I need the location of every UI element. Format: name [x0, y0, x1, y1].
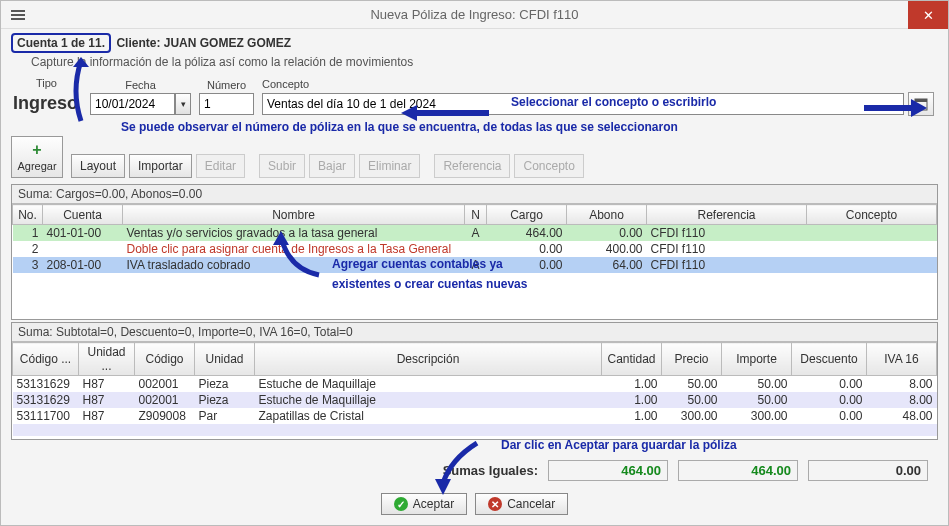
- window: Nueva Póliza de Ingreso: CFDI f110 ✕ Cue…: [0, 0, 949, 526]
- cancelar-button[interactable]: ✕ Cancelar: [475, 493, 568, 515]
- form-row: Tipo Ingreso Fecha ▾ Número Concepto Sel…: [1, 75, 948, 120]
- table-row[interactable]: 53131629 H87 002001 Pieza Estuche de Maq…: [13, 392, 937, 408]
- annotation-account2: existentes o crear cuentas nuevas: [332, 277, 527, 291]
- concepto-button: Concepto: [514, 154, 583, 178]
- totals-diff: 0.00: [808, 460, 928, 481]
- table-row[interactable]: 53131629 H87 002001 Pieza Estuche de Maq…: [13, 376, 937, 393]
- details-grid: Suma: Subtotal=0, Descuento=0, Importe=0…: [11, 322, 938, 440]
- col-codigo[interactable]: Código ...: [13, 343, 79, 376]
- col-cantidad[interactable]: Cantidad: [602, 343, 662, 376]
- svg-rect-1: [915, 99, 927, 102]
- header-subtitle: Capture la información de la póliza así …: [1, 55, 948, 75]
- calendar-icon: [914, 97, 928, 111]
- tipo-label: Tipo: [11, 77, 82, 91]
- col-no[interactable]: No.: [13, 205, 43, 225]
- col-iva16[interactable]: IVA 16: [867, 343, 937, 376]
- table-row[interactable]: 2 Doble clic para asignar cuenta de Ingr…: [13, 241, 937, 257]
- editar-button: Editar: [196, 154, 245, 178]
- details-table[interactable]: Código ... Unidad ... Código Unidad Desc…: [12, 342, 937, 436]
- numero-label: Número: [199, 79, 254, 93]
- check-icon: ✓: [394, 497, 408, 511]
- details-summary: Suma: Subtotal=0, Descuento=0, Importe=0…: [12, 323, 937, 342]
- aceptar-button[interactable]: ✓ Aceptar: [381, 493, 467, 515]
- concepto-label: Concepto: [262, 78, 934, 92]
- fecha-label: Fecha: [90, 79, 191, 93]
- col-precio[interactable]: Precio: [662, 343, 722, 376]
- col-concepto[interactable]: Concepto: [807, 205, 937, 225]
- table-row[interactable]: 53111700 H87 Z909008 Par Zapatillas de C…: [13, 408, 937, 424]
- col-referencia[interactable]: Referencia: [647, 205, 807, 225]
- agregar-label: Agregar: [17, 160, 56, 172]
- col-n[interactable]: N: [465, 205, 487, 225]
- fecha-input[interactable]: [90, 93, 175, 115]
- record-counter: Cuenta 1 de 11.: [11, 33, 111, 53]
- col-cargo[interactable]: Cargo: [487, 205, 567, 225]
- menu-icon[interactable]: [9, 8, 27, 22]
- agregar-button[interactable]: + Agregar: [11, 136, 63, 178]
- col-cuenta[interactable]: Cuenta: [43, 205, 123, 225]
- col-descripcion[interactable]: Descripción: [255, 343, 602, 376]
- x-icon: ✕: [488, 497, 502, 511]
- layout-button[interactable]: Layout: [71, 154, 125, 178]
- totals-cargo: 464.00: [548, 460, 668, 481]
- annotation-concepto: Seleccionar el concepto o escribirlo: [511, 95, 716, 109]
- date-picker-button[interactable]: [908, 92, 934, 116]
- importar-button[interactable]: Importar: [129, 154, 192, 178]
- close-button[interactable]: ✕: [908, 1, 948, 29]
- referencia-button: Referencia: [434, 154, 510, 178]
- window-title: Nueva Póliza de Ingreso: CFDI f110: [1, 7, 948, 22]
- annotation-accept: Dar clic en Aceptar para guardar la póli…: [501, 438, 737, 452]
- tipo-value: Ingreso: [11, 91, 82, 116]
- table-row[interactable]: 1 401-01-00 Ventas y/o servicios gravado…: [13, 225, 937, 242]
- cancelar-label: Cancelar: [507, 497, 555, 511]
- bajar-button: Bajar: [309, 154, 355, 178]
- totals-abono: 464.00: [678, 460, 798, 481]
- titlebar: Nueva Póliza de Ingreso: CFDI f110 ✕: [1, 1, 948, 29]
- numero-input[interactable]: [199, 93, 254, 115]
- totals-label: Sumas Iguales:: [443, 463, 538, 478]
- dialog-buttons: ✓ Aceptar ✕ Cancelar: [1, 485, 948, 521]
- client-label: Cliente: JUAN GOMEZ GOMEZ: [116, 36, 291, 50]
- toolbar: + Agregar Layout Importar Editar Subir B…: [1, 136, 948, 182]
- subir-button: Subir: [259, 154, 305, 178]
- col-importe[interactable]: Importe: [722, 343, 792, 376]
- movements-summary: Suma: Cargos=0.00, Abonos=0.00: [12, 185, 937, 204]
- totals-row: Sumas Iguales: 464.00 464.00 0.00: [1, 456, 948, 485]
- aceptar-label: Aceptar: [413, 497, 454, 511]
- header-bar: Cuenta 1 de 11. Cliente: JUAN GOMEZ GOME…: [1, 29, 948, 55]
- table-row[interactable]: [13, 424, 937, 436]
- movements-grid: Suma: Cargos=0.00, Abonos=0.00 No. Cuent…: [11, 184, 938, 320]
- annotation-account1: Agregar cuentas contables ya: [332, 257, 503, 271]
- col-nombre[interactable]: Nombre: [123, 205, 465, 225]
- col-unidad[interactable]: Unidad: [195, 343, 255, 376]
- eliminar-button: Eliminar: [359, 154, 420, 178]
- annotation-counter: Se puede observar el número de póliza en…: [121, 120, 678, 134]
- col-descuento[interactable]: Descuento: [792, 343, 867, 376]
- plus-icon: +: [32, 142, 41, 158]
- col-abono[interactable]: Abono: [567, 205, 647, 225]
- col-unidad-k[interactable]: Unidad ...: [79, 343, 135, 376]
- col-codigo2[interactable]: Código: [135, 343, 195, 376]
- fecha-dropdown-icon[interactable]: ▾: [175, 93, 191, 115]
